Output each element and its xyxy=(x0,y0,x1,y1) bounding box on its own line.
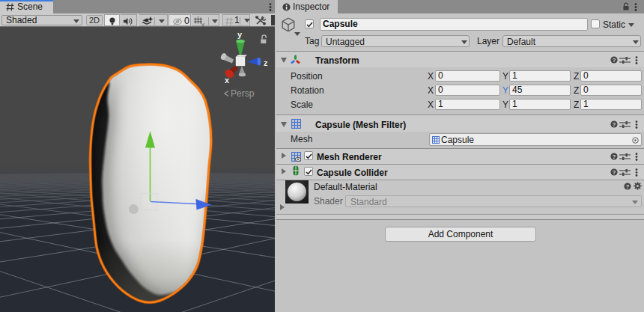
svg-text:?: ? xyxy=(613,57,616,64)
svg-text:?: ? xyxy=(613,121,616,128)
svg-text:?: ? xyxy=(626,183,630,190)
svg-text:Persp: Persp xyxy=(231,88,255,99)
svg-text:z: z xyxy=(264,58,268,67)
svg-text:y: y xyxy=(237,30,243,39)
svg-text:Y: Y xyxy=(201,22,205,28)
svg-text:x: x xyxy=(225,76,230,85)
svg-text:?: ? xyxy=(613,169,616,176)
svg-text:?: ? xyxy=(613,153,616,160)
